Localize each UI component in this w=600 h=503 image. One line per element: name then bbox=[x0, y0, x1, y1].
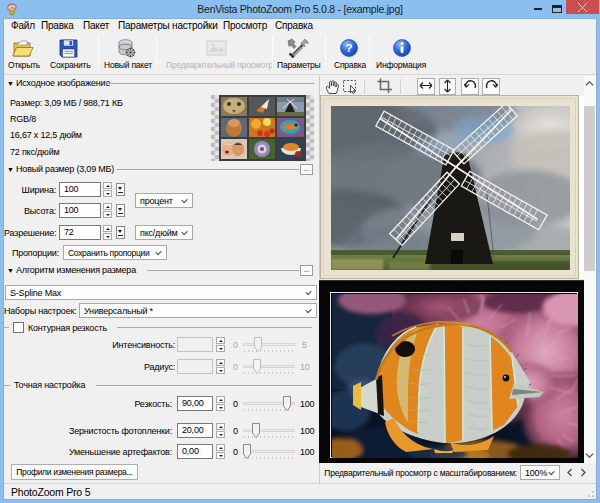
svg-text:S: S bbox=[9, 6, 16, 17]
svg-text:?: ? bbox=[346, 42, 353, 54]
